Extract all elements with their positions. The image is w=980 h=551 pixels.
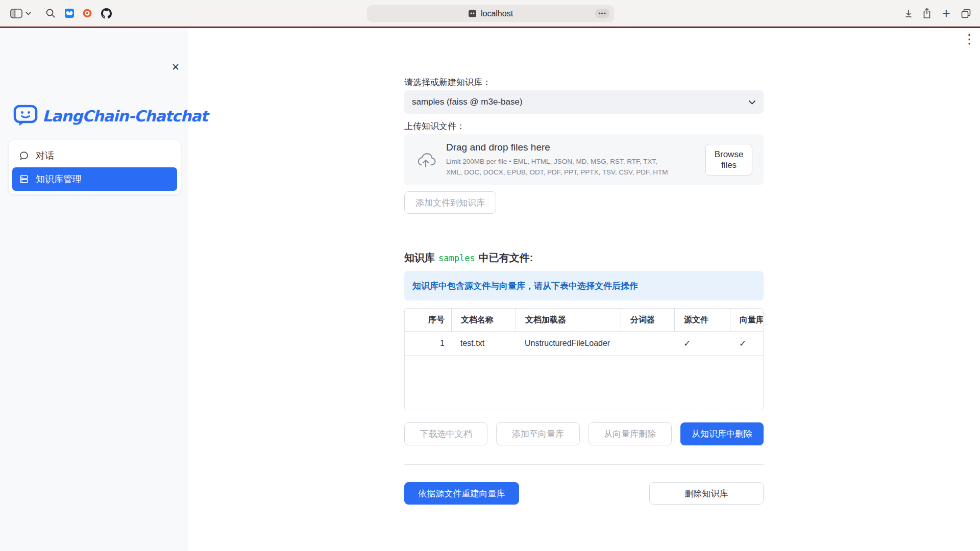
table-header-row: 序号 文档名称 文档加载器 分词器 源文件 向量库 — [405, 309, 763, 332]
sidebar-toggle-button[interactable] — [10, 0, 23, 27]
cloud-upload-icon — [415, 152, 436, 168]
cell-file-name: test.txt — [451, 332, 516, 355]
app-sidebar: ✕ LangChain-Chatchat 对话 知识库管理 — [0, 28, 188, 551]
add-to-vector-store-button[interactable]: 添加至向量库 — [496, 422, 579, 445]
table-header-vector: 向量库 — [730, 309, 763, 331]
kb-select-label: 请选择或新建知识库： — [404, 77, 491, 88]
cell-loader: UnstructuredFileLoader — [516, 332, 621, 355]
sidebar-item-dialogue[interactable]: 对话 — [12, 144, 177, 167]
browser-search-button[interactable] — [45, 0, 56, 27]
table-header-loader: 文档加载器 — [516, 309, 621, 331]
extension-target-button[interactable] — [82, 0, 92, 27]
extension-github-button[interactable] — [101, 0, 112, 27]
kb-info-text: 知识库中包含源文件与向量库，请从下表中选择文件后操作 — [412, 280, 638, 292]
uploader-title: Drag and drop files here — [446, 142, 695, 153]
kb-info-alert: 知识库中包含源文件与向量库，请从下表中选择文件后操作 — [404, 271, 764, 300]
bluesky-extension-icon — [65, 9, 74, 18]
rebuild-vector-store-button[interactable]: 依据源文件重建向量库 — [404, 482, 519, 505]
delete-kb-button[interactable]: 删除知识库 — [649, 482, 764, 505]
add-files-to-kb-button[interactable]: 添加文件到知识库 — [404, 191, 496, 214]
downloads-button[interactable] — [903, 0, 914, 27]
github-icon — [101, 8, 112, 19]
search-icon — [45, 8, 56, 18]
browser-toolbar: localhost ••• + — [0, 0, 980, 27]
delete-from-vector-store-button[interactable]: 从向量库删除 — [589, 422, 672, 445]
cell-no: 1 — [405, 332, 451, 355]
tab-overview-button[interactable] — [960, 0, 972, 27]
sidebar-menu: 对话 知识库管理 — [9, 140, 181, 194]
sidebar-item-label: 对话 — [36, 149, 54, 162]
page-settings-button[interactable]: ••• — [595, 9, 609, 18]
section-divider — [404, 464, 764, 465]
browse-files-button[interactable]: Browse files — [705, 144, 752, 176]
upload-label: 上传知识文件： — [404, 120, 465, 132]
tabs-icon — [961, 8, 971, 19]
sidebar-close-button[interactable]: ✕ — [168, 60, 183, 74]
kb-select[interactable]: samples (faiss @ m3e-base) — [404, 90, 764, 114]
site-favicon — [468, 9, 477, 18]
chatchat-logo-icon — [13, 105, 38, 127]
app-decoration-bar — [0, 27, 980, 28]
file-uploader-dropzone[interactable]: Drag and drop files here Limit 200MB per… — [404, 134, 764, 185]
sidebar-panel-icon — [10, 9, 22, 18]
app-menu-button[interactable]: ⋮ — [963, 32, 976, 46]
extension-bluesky-button[interactable] — [64, 0, 75, 27]
target-extension-icon — [83, 9, 92, 18]
file-actions-row: 下载选中文档 添加至向量库 从向量库删除 从知识库中删除 — [404, 422, 764, 445]
kb-management-page: 请选择或新建知识库： samples (faiss @ m3e-base) 上传… — [404, 28, 764, 551]
share-icon — [922, 8, 932, 19]
plus-icon: + — [942, 7, 950, 20]
table-empty-area — [405, 356, 763, 410]
app-logo: LangChain-Chatchat — [13, 105, 208, 127]
sidebar-item-label: 知识库管理 — [36, 173, 82, 185]
address-text: localhost — [481, 9, 513, 18]
table-header-source: 源文件 — [674, 309, 730, 331]
delete-from-kb-button[interactable]: 从知识库中删除 — [680, 422, 764, 445]
kb-select-value: samples (faiss @ m3e-base) — [412, 97, 523, 107]
uploader-limit-text: Limit 200MB per file • EML, HTML, JSON, … — [446, 157, 671, 178]
table-row[interactable]: 1 test.txt UnstructuredFileLoader ✓ ✓ — [405, 332, 763, 356]
kb-heading-suffix: 中已有文件: — [479, 251, 533, 265]
chevron-down-icon — [748, 100, 756, 105]
kebab-icon: ⋮ — [963, 32, 976, 46]
table-header-name: 文档名称 — [451, 309, 516, 331]
kb-heading-prefix: 知识库 — [404, 251, 435, 265]
kb-files-table: 序号 文档名称 文档加载器 分词器 源文件 向量库 1 test.txt Uns… — [404, 308, 764, 410]
ellipsis-icon: ••• — [598, 10, 606, 17]
cell-splitter — [621, 332, 674, 355]
share-button[interactable] — [922, 0, 932, 27]
table-header-no: 序号 — [405, 309, 451, 331]
sidebar-item-kb-management[interactable]: 知识库管理 — [12, 167, 177, 191]
new-tab-button[interactable]: + — [941, 0, 952, 27]
address-bar[interactable]: localhost ••• — [367, 5, 614, 22]
table-header-splitter: 分词器 — [621, 309, 674, 331]
kb-files-heading: 知识库 samples 中已有文件: — [404, 251, 533, 265]
sidebar-toggle-chevron[interactable] — [25, 0, 32, 27]
cell-source-check: ✓ — [674, 332, 730, 355]
chat-bubble-icon — [19, 151, 29, 161]
cell-vector-check: ✓ — [730, 332, 763, 355]
uploader-texts: Drag and drop files here Limit 200MB per… — [446, 142, 695, 178]
download-selected-button[interactable]: 下载选中文档 — [404, 422, 487, 445]
section-divider — [404, 237, 764, 237]
chevron-down-icon — [26, 12, 31, 15]
download-icon — [903, 8, 914, 18]
knowledge-base-icon — [19, 174, 29, 184]
kb-heading-code: samples — [438, 253, 475, 263]
close-icon: ✕ — [172, 61, 180, 73]
app-logo-text: LangChain-Chatchat — [42, 107, 208, 125]
